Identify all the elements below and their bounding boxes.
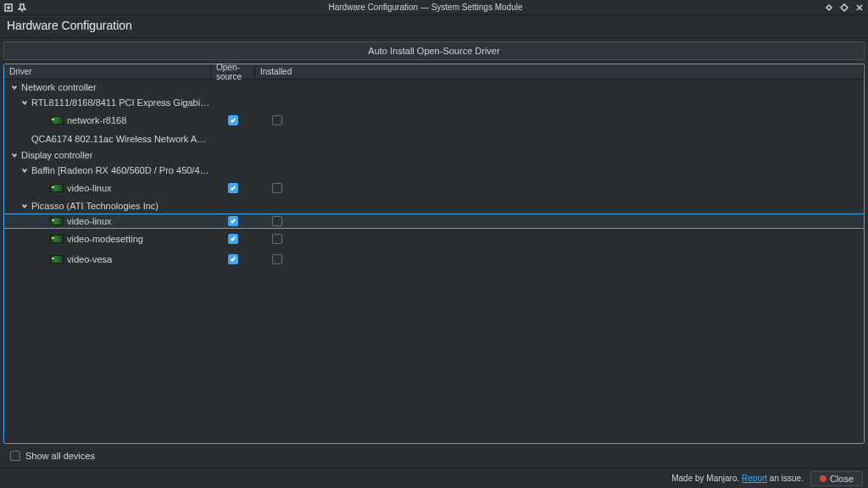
installed-checkbox[interactable] bbox=[272, 216, 282, 226]
close-button[interactable]: Close bbox=[810, 471, 863, 486]
show-all-checkbox[interactable] bbox=[10, 451, 20, 461]
table-row[interactable]: network-r8168 bbox=[4, 110, 864, 130]
row-label: video-linux bbox=[67, 216, 112, 226]
table-row[interactable]: Baffin [Radeon RX 460/560D / Pro 450/455… bbox=[4, 163, 864, 178]
col-header-installed[interactable]: Installed bbox=[255, 64, 864, 79]
pin-icon[interactable] bbox=[17, 3, 27, 13]
col-header-open-source[interactable]: Open-source bbox=[211, 64, 255, 79]
open-source-checkbox[interactable] bbox=[228, 115, 238, 125]
window-title: Hardware Configuration — System Settings… bbox=[27, 3, 824, 12]
row-label: Network controller bbox=[21, 82, 97, 92]
col-header-driver[interactable]: Driver bbox=[4, 64, 211, 79]
row-label: network-r8168 bbox=[67, 115, 126, 125]
installed-checkbox[interactable] bbox=[272, 115, 282, 125]
table-row[interactable]: QCA6174 802.11ac Wireless Network Adapte… bbox=[4, 130, 864, 147]
row-label: video-modesetting bbox=[67, 234, 143, 244]
driver-table: Driver Open-source Installed Network con… bbox=[3, 64, 865, 444]
table-row[interactable]: video-vesa bbox=[4, 249, 864, 269]
installed-checkbox[interactable] bbox=[272, 254, 282, 264]
chevron-down-icon[interactable] bbox=[19, 165, 30, 175]
footer: Made by Manjaro. Report an issue. Close bbox=[0, 468, 868, 488]
installed-checkbox[interactable] bbox=[272, 183, 282, 193]
minimize-icon[interactable] bbox=[824, 3, 834, 13]
table-row[interactable]: Network controller bbox=[4, 80, 864, 95]
chevron-down-icon[interactable] bbox=[9, 150, 19, 160]
page-title: Hardware Configuration bbox=[7, 19, 861, 32]
open-source-checkbox[interactable] bbox=[228, 254, 238, 264]
table-body: Network controllerRTL8111/8168/8411 PCI … bbox=[4, 80, 864, 443]
open-source-checkbox[interactable] bbox=[228, 234, 238, 244]
row-label: RTL8111/8168/8411 PCI Express Gigabit Et… bbox=[31, 97, 211, 108]
show-all-label: Show all devices bbox=[25, 451, 95, 461]
chevron-down-icon[interactable] bbox=[19, 97, 30, 108]
installed-checkbox[interactable] bbox=[272, 234, 282, 244]
table-row[interactable]: video-linux bbox=[4, 178, 864, 198]
credit-text: Made by Manjaro. Report an issue. bbox=[5, 474, 810, 483]
table-row[interactable]: Picasso (ATI Technologies Inc) bbox=[4, 198, 864, 214]
table-row[interactable]: video-linux bbox=[4, 214, 864, 229]
chevron-down-icon[interactable] bbox=[19, 201, 30, 211]
open-source-checkbox[interactable] bbox=[228, 183, 238, 193]
open-source-checkbox[interactable] bbox=[228, 216, 238, 226]
row-label: Baffin [Radeon RX 460/560D / Pro 450/455… bbox=[31, 165, 211, 175]
row-label: Picasso (ATI Technologies Inc) bbox=[31, 201, 159, 211]
row-label: video-linux bbox=[67, 183, 112, 193]
row-label: QCA6174 802.11ac Wireless Network Adapte… bbox=[31, 134, 211, 144]
table-header: Driver Open-source Installed bbox=[4, 64, 864, 80]
report-link[interactable]: Report bbox=[742, 474, 767, 483]
row-label: Display controller bbox=[21, 150, 92, 160]
table-row[interactable]: Display controller bbox=[4, 147, 864, 163]
table-row[interactable]: RTL8111/8168/8411 PCI Express Gigabit Et… bbox=[4, 95, 864, 110]
hardware-card-icon bbox=[50, 235, 64, 243]
hardware-card-icon bbox=[50, 184, 64, 192]
app-icon bbox=[3, 3, 14, 13]
table-row[interactable]: video-modesetting bbox=[4, 229, 864, 249]
close-dot-icon bbox=[820, 475, 826, 482]
hardware-card-icon bbox=[50, 255, 64, 263]
row-label: video-vesa bbox=[67, 254, 112, 264]
page-header: Hardware Configuration bbox=[0, 15, 868, 38]
maximize-icon[interactable] bbox=[839, 3, 849, 13]
hardware-card-icon bbox=[50, 116, 64, 125]
auto-install-button[interactable]: Auto Install Open-Source Driver bbox=[3, 42, 865, 60]
close-icon[interactable] bbox=[854, 3, 865, 13]
titlebar: Hardware Configuration — System Settings… bbox=[0, 0, 868, 15]
chevron-down-icon[interactable] bbox=[9, 82, 19, 92]
hardware-card-icon bbox=[50, 217, 64, 225]
